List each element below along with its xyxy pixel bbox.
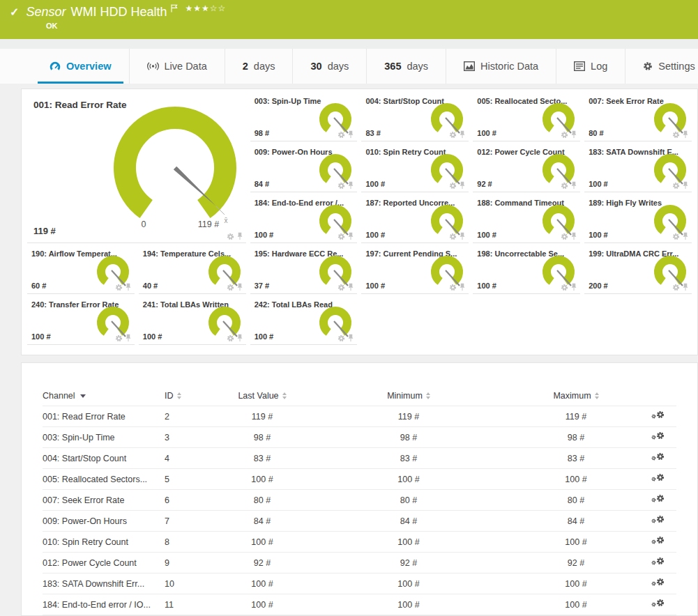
gauge-cell[interactable]: 184: End-to-End error /...100 # [250,197,358,243]
pin-icon[interactable] [236,334,243,342]
gear-icon[interactable] [656,410,665,419]
gear-icon[interactable] [656,473,665,482]
col-header-id[interactable]: ID [165,391,220,401]
gauge-cell[interactable]: 242: Total LBAs Read100 # [250,298,358,345]
channel-settings-icon[interactable] [651,431,665,442]
pin-icon[interactable] [682,181,689,190]
tab-historic-data[interactable]: Historic Data [446,49,556,84]
gear-icon[interactable] [656,578,665,586]
pin-icon[interactable] [682,283,689,291]
gear-icon[interactable] [337,182,345,190]
pin-icon[interactable] [347,181,354,190]
gauge-cell[interactable]: 240: Transfer Error Rate100 # [27,298,135,345]
cell-channel[interactable]: 010: Spin Retry Count [43,537,165,547]
gauge-cell[interactable]: 195: Hardware ECC Re...37 # [250,247,358,294]
tab-overview[interactable]: Overview [32,49,129,84]
gear-icon[interactable] [656,557,665,565]
gear-icon[interactable] [656,515,665,523]
gear-icon[interactable] [651,498,656,502]
gear-icon[interactable] [651,456,656,461]
gear-icon[interactable] [449,182,457,190]
gear-icon[interactable] [337,131,345,139]
gear-icon[interactable] [656,494,665,502]
gear-icon[interactable] [651,539,656,544]
gauge-cell[interactable]: 005: Reallocated Secto...100 # [473,95,580,141]
gauge-cell[interactable]: 241: Total LBAs Written100 # [139,298,246,345]
pin-icon[interactable] [682,130,689,139]
channel-settings-icon[interactable] [651,557,665,567]
gauge-cell[interactable]: 197: Current Pending S...100 # [361,247,469,294]
gear-icon[interactable] [337,334,345,342]
gauge-cell[interactable]: 004: Start/Stop Count83 # [361,95,469,141]
pin-icon[interactable] [347,334,354,342]
gauge-cell[interactable]: 009: Power-On Hours84 # [250,146,358,192]
pin-icon[interactable] [570,130,577,139]
pin-icon[interactable] [459,283,466,291]
gear-icon[interactable] [672,233,680,240]
cell-channel[interactable]: 184: End-to-End error / IO... [43,600,165,610]
pin-icon[interactable] [570,181,577,190]
gauge-cell[interactable]: 007: Seek Error Rate80 # [584,95,692,141]
col-header-minimum[interactable]: Minimum [346,391,471,401]
cell-channel[interactable]: 012: Power Cycle Count [43,558,165,568]
tab-30-days[interactable]: 30days [292,49,366,84]
pin-icon[interactable] [236,283,243,291]
gear-icon[interactable] [227,334,234,342]
cell-channel[interactable]: 005: Reallocated Sectors... [43,475,165,484]
channel-settings-icon[interactable] [651,473,665,484]
channel-settings-icon[interactable] [651,536,665,546]
gear-icon[interactable] [672,131,680,139]
tab-live-data[interactable]: Live Data [129,49,225,84]
pin-icon[interactable] [570,283,577,291]
channel-settings-icon[interactable] [651,599,665,609]
gear-icon[interactable] [227,233,234,240]
cell-channel[interactable]: 183: SATA Downshift Err... [43,579,165,589]
gauge-cell[interactable]: 190: Airflow Temperat...60 # [27,247,135,294]
gear-icon[interactable] [651,560,656,565]
cell-channel[interactable]: 004: Start/Stop Count [43,454,165,463]
gear-icon[interactable] [672,284,680,291]
col-header-last-value[interactable]: Last Value [220,391,304,401]
gear-icon[interactable] [561,131,568,139]
pin-icon[interactable] [570,232,577,240]
gear-icon[interactable] [651,518,656,523]
gauge-cell[interactable]: 010: Spin Retry Count100 # [361,146,469,192]
gear-icon[interactable] [337,284,345,291]
cell-channel[interactable]: 001: Read Error Rate [43,412,165,422]
channel-settings-icon[interactable] [651,494,665,505]
gauge-cell[interactable]: 188: Command Timeout100 # [473,197,580,243]
gear-icon[interactable] [651,414,656,419]
star-rating[interactable]: ★★★☆☆ [185,3,226,13]
cell-channel[interactable]: 007: Seek Error Rate [43,495,165,505]
gear-icon[interactable] [651,602,656,607]
tab-2-days[interactable]: 2days [225,49,293,84]
cell-channel[interactable]: 003: Spin-Up Time [43,433,165,442]
pin-icon[interactable] [347,232,354,240]
channel-settings-icon[interactable] [651,452,665,463]
gauge-cell[interactable]: 199: UltraDMA CRC Err...200 # [584,247,692,294]
gear-icon[interactable] [449,284,457,291]
cell-channel[interactable]: 009: Power-On Hours [43,516,165,526]
gear-icon[interactable] [337,233,345,240]
pin-icon[interactable] [236,232,243,240]
channel-settings-icon[interactable] [651,578,665,588]
gear-icon[interactable] [656,599,665,607]
gear-icon[interactable] [656,536,665,544]
gear-icon[interactable] [656,431,665,440]
gauge-cell[interactable]: 012: Power Cycle Count92 # [473,146,580,192]
gear-icon[interactable] [115,334,123,342]
pin-icon[interactable] [459,181,466,190]
channel-settings-icon[interactable] [651,515,665,525]
pin-icon[interactable] [347,130,354,139]
flag-icon[interactable] [171,3,178,15]
gear-icon[interactable] [561,182,568,190]
gauge-cell[interactable]: 189: High Fly Writes100 # [584,197,692,243]
gear-icon[interactable] [449,131,457,139]
tab-settings[interactable]: Settings [625,49,698,84]
gear-icon[interactable] [115,284,123,291]
tab-log[interactable]: Log [556,49,625,84]
gear-icon[interactable] [227,284,234,291]
gauge-cell[interactable]: 187: Reported Uncorre...100 # [361,197,469,243]
gear-icon[interactable] [651,581,656,586]
col-header-maximum[interactable]: Maximum [513,391,639,401]
